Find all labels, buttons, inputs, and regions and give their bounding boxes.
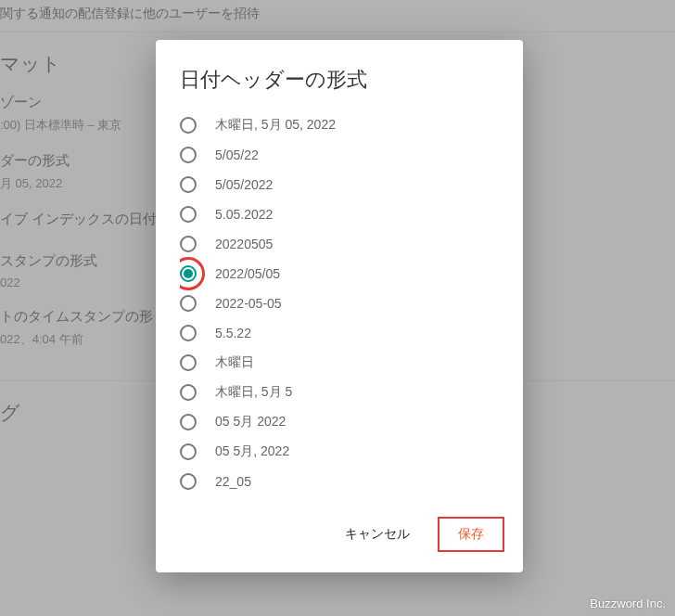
date-format-option[interactable]: 5.5.22 <box>180 318 506 348</box>
radio-icon[interactable] <box>180 236 197 252</box>
option-label: 5/05/2022 <box>215 177 273 192</box>
date-format-option[interactable]: 木曜日, 5月 5 <box>180 378 506 407</box>
radio-icon[interactable] <box>180 176 197 193</box>
option-label: 木曜日, 5月 5 <box>215 384 292 401</box>
option-label: 05 5月, 2022 <box>215 443 289 460</box>
save-button[interactable]: 保存 <box>438 517 504 552</box>
option-label: 5.5.22 <box>215 326 251 340</box>
radio-icon[interactable] <box>180 443 197 460</box>
date-format-option[interactable]: 05 5月 2022 <box>180 407 506 437</box>
radio-icon[interactable] <box>180 473 197 490</box>
radio-icon[interactable] <box>180 414 197 430</box>
date-format-option[interactable]: 2022/05/05 <box>180 259 506 289</box>
date-format-option[interactable]: 2022-05-05 <box>180 289 506 318</box>
option-label: 木曜日 <box>215 354 254 371</box>
date-format-option[interactable]: 5/05/22 <box>180 140 506 170</box>
radio-icon[interactable] <box>180 354 197 371</box>
date-format-option[interactable]: 木曜日, 5月 05, 2022 <box>180 110 506 140</box>
option-label: 木曜日, 5月 05, 2022 <box>215 117 336 134</box>
cancel-button[interactable]: キャンセル <box>330 519 425 550</box>
option-label: 05 5月 2022 <box>215 414 286 430</box>
date-format-option[interactable]: 木曜日 <box>180 348 506 378</box>
radio-icon[interactable] <box>180 206 197 223</box>
radio-icon[interactable] <box>180 147 197 163</box>
radio-icon[interactable] <box>180 384 197 401</box>
radio-icon[interactable] <box>180 325 197 341</box>
radio-icon[interactable] <box>180 117 197 134</box>
radio-icon[interactable] <box>180 265 197 282</box>
option-label: 22_05 <box>215 474 251 489</box>
date-format-option[interactable]: 20220505 <box>180 229 506 259</box>
option-label: 5.05.2022 <box>215 207 273 222</box>
date-format-option[interactable]: 22_05 <box>180 467 506 496</box>
option-label: 5/05/22 <box>215 148 259 162</box>
watermark: Buzzword Inc. <box>590 597 666 610</box>
date-format-option[interactable]: 05 5月, 2022 <box>180 437 506 467</box>
date-format-option[interactable]: 5/05/2022 <box>180 170 506 199</box>
option-label: 20220505 <box>215 237 273 251</box>
option-label: 2022/05/05 <box>215 266 280 281</box>
option-list[interactable]: 木曜日, 5月 05, 20225/05/225/05/20225.05.202… <box>180 110 514 500</box>
option-label: 2022-05-05 <box>215 296 282 311</box>
date-format-option[interactable]: 5.05.2022 <box>180 199 506 229</box>
dialog-title: 日付ヘッダーの形式 <box>156 40 523 110</box>
radio-icon[interactable] <box>180 295 197 312</box>
date-format-dialog: 日付ヘッダーの形式 木曜日, 5月 05, 20225/05/225/05/20… <box>156 40 523 572</box>
